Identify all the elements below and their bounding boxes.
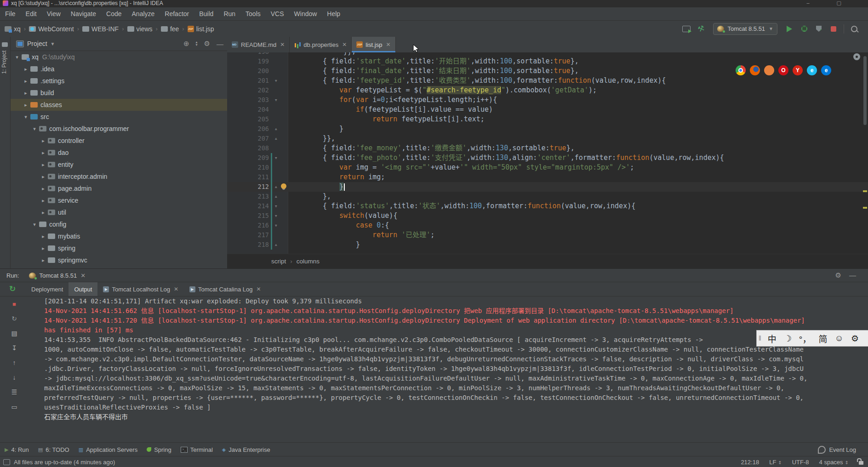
tab-db-properties[interactable]: db.properties✕	[290, 37, 352, 52]
collapse-all-icon[interactable]: ▴▾	[196, 41, 198, 46]
chevron-right-icon[interactable]: ▸	[40, 138, 47, 144]
breadcrumb-script[interactable]: script	[271, 258, 286, 265]
menu-navigate[interactable]: Navigate	[66, 10, 101, 17]
locate-file-icon[interactable]: ⊕	[183, 40, 189, 48]
ime-item-0[interactable]: 中	[768, 332, 777, 345]
run-button[interactable]	[784, 24, 795, 34]
code-editor[interactable]: 198}},199{ field:'start_date',title:'开始日…	[227, 52, 868, 254]
menu-vcs[interactable]: VCS	[266, 10, 289, 17]
menu-view[interactable]: View	[42, 10, 66, 17]
stop-icon[interactable]: ■	[10, 299, 19, 308]
project-panel-title[interactable]: Project	[27, 40, 47, 47]
toolwindow-toggle-icon[interactable]	[3, 459, 10, 465]
firefox-browser-icon[interactable]	[750, 65, 760, 75]
caret-position[interactable]: 212:18	[741, 459, 759, 466]
chevron-right-icon[interactable]: ▸	[22, 66, 29, 72]
chevron-down-icon[interactable]: ▾	[31, 222, 38, 228]
run-tab-tomcat-localhost-log[interactable]: ▶Tomcat Localhost Log✕	[97, 282, 184, 296]
tab-list-jsp[interactable]: list.jsp✕	[352, 37, 395, 52]
event-log-button[interactable]: Event Log	[818, 446, 856, 454]
stop-button[interactable]	[828, 24, 839, 34]
ime-item-2[interactable]: °，	[799, 332, 811, 345]
editor-scrollbar[interactable]	[863, 52, 867, 254]
chevron-right-icon[interactable]: ▸	[22, 78, 29, 84]
ime-item-3[interactable]: 简	[818, 332, 827, 345]
chevron-right-icon[interactable]: ▸	[40, 210, 47, 216]
console-output[interactable]: [2021-11-14 02:41:51,171] Artifact xq:wa…	[44, 296, 868, 434]
close-icon[interactable]: ✕	[256, 286, 261, 292]
ime-grip-icon[interactable]: ‖	[759, 335, 761, 342]
breadcrumb-columns[interactable]: columns	[297, 258, 320, 265]
toolwindow-button-6-todo[interactable]: ▤6: TODO	[34, 443, 74, 456]
line-separator[interactable]: LF⇕	[769, 459, 782, 466]
tree-item-interceptor-admin[interactable]: ▸interceptor.admin	[11, 171, 227, 182]
down-stack-trace-icon[interactable]: ↓	[10, 373, 19, 382]
run-session-tab[interactable]: Tomcat 8.5.51 ✕	[29, 272, 86, 279]
print-icon[interactable]: ☰	[10, 387, 19, 397]
toolwindow-button-spring[interactable]: Spring	[142, 443, 176, 456]
menu-build[interactable]: Build	[194, 10, 218, 17]
run-tab-tomcat-catalina-log[interactable]: ▶Tomcat Catalina Log✕	[184, 282, 267, 296]
indent-setting[interactable]: 4 spaces⇕	[819, 459, 849, 466]
chevron-right-icon[interactable]: ▸	[40, 198, 47, 204]
chevron-down-icon[interactable]: ▼	[51, 41, 55, 46]
chevron-right-icon[interactable]: ▸	[40, 150, 47, 156]
ime-item-4[interactable]: ☺	[834, 333, 843, 343]
chrome-browser-icon[interactable]	[736, 65, 746, 75]
tree-item-page-admin[interactable]: ▸page.admin	[11, 182, 227, 194]
tree-item-classes[interactable]: ▸classes	[11, 99, 227, 111]
fold-end-icon[interactable]: ▵	[274, 192, 278, 201]
tree-item-com-ischoolbar-programmer[interactable]: ▾com.ischoolbar.programmer	[11, 123, 227, 135]
fold-open-icon[interactable]: ▿	[274, 221, 278, 230]
up-stack-trace-icon[interactable]: ↑	[10, 358, 19, 367]
toolwindow-button-application-servers[interactable]: ▥Application Servers	[74, 443, 142, 456]
breadcrumb-item-web-inf[interactable]: WEB-INF	[82, 25, 119, 33]
fold-open-icon[interactable]: ▿	[274, 153, 278, 163]
breadcrumb-item-list.jsp[interactable]: list.jsp	[188, 25, 214, 33]
fold-end-icon[interactable]: ▵	[274, 182, 278, 192]
orange-browser-icon[interactable]	[764, 65, 774, 75]
error-stripe-mark[interactable]	[863, 190, 867, 192]
chevron-down-icon[interactable]: ▾	[22, 114, 29, 120]
close-icon[interactable]: ✕	[174, 286, 178, 292]
tree-item-xq[interactable]: ▾xqG:\study\xq	[11, 51, 227, 63]
tree-item-dao[interactable]: ▸dao	[11, 147, 227, 159]
toolwindow-button-java-enterprise[interactable]: ◈Java Enterprise	[217, 443, 275, 456]
scroll-to-end-icon[interactable]: ↧	[10, 343, 19, 353]
ime-item-1[interactable]: ☽	[784, 333, 792, 344]
fold-end-icon[interactable]: ▵	[274, 240, 278, 250]
tab-README-md[interactable]: README.md✕	[227, 37, 290, 52]
fold-open-icon[interactable]: ▿	[274, 201, 278, 211]
tree-item-build[interactable]: ▸build	[11, 87, 227, 99]
tree-item-mybatis[interactable]: ▸mybatis	[11, 230, 227, 242]
rerun-server-icon[interactable]: ↻	[9, 284, 16, 294]
rerun-icon[interactable]: ↻	[10, 314, 19, 323]
run-tab-deployment[interactable]: Deployment	[26, 282, 69, 296]
chevron-right-icon[interactable]: ▸	[40, 234, 47, 239]
tree-item--idea[interactable]: ▸.idea	[11, 63, 227, 75]
intention-bulb-icon[interactable]	[281, 183, 286, 189]
close-icon[interactable]: ✕	[80, 272, 86, 279]
chevron-right-icon[interactable]: ▸	[22, 90, 29, 96]
menu-refactor[interactable]: Refactor	[160, 10, 194, 17]
chevron-right-icon[interactable]: ▸	[40, 245, 47, 251]
write-access-lock-icon[interactable]	[859, 461, 863, 465]
close-icon[interactable]: ✕	[342, 41, 347, 48]
run-configuration-select[interactable]: Tomcat 8.5.51 ▼	[713, 23, 777, 35]
toolwindow-button-terminal[interactable]: >_Terminal	[176, 443, 217, 456]
restore-layout-icon[interactable]: ▤	[10, 329, 19, 338]
error-stripe-mark[interactable]	[863, 207, 867, 209]
close-icon[interactable]: ✕	[386, 41, 390, 48]
chevron-down-icon[interactable]: ▾	[13, 54, 21, 60]
ime-toolbar[interactable]: ‖ 中☽°，简☺⚙	[756, 330, 868, 347]
settings-gear-icon[interactable]: ⚙	[204, 40, 210, 48]
fold-end-icon[interactable]: ▵	[274, 134, 278, 143]
chevron-right-icon[interactable]: ▸	[40, 162, 47, 168]
run-tab-output[interactable]: Output	[69, 282, 97, 296]
menu-analyze[interactable]: Analyze	[127, 10, 160, 17]
menu-help[interactable]: Help	[322, 10, 345, 17]
file-encoding[interactable]: UTF-8	[792, 459, 809, 466]
fold-open-icon[interactable]: ▿	[274, 76, 278, 85]
inspections-eye-icon[interactable]	[853, 53, 860, 60]
chevron-right-icon[interactable]: ▸	[22, 102, 29, 108]
